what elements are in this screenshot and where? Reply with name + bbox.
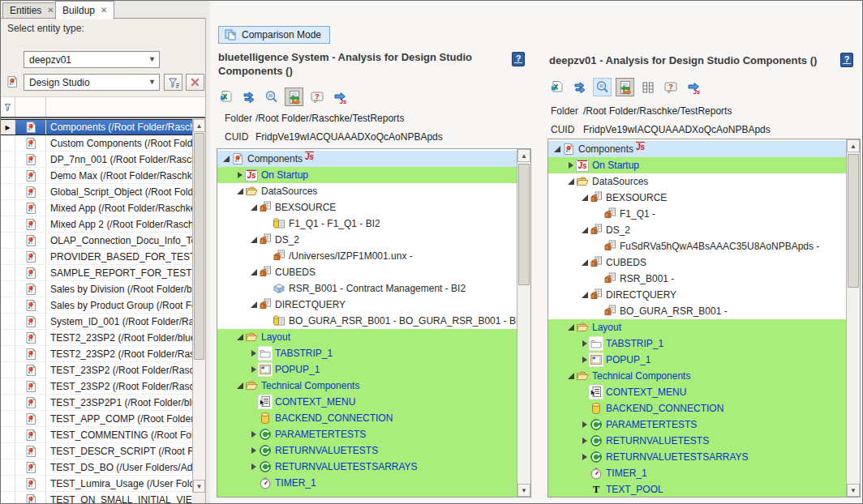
entity-row[interactable]: Custom Components (/Root Folder/Ra bbox=[1, 135, 192, 152]
entity-row[interactable]: TEST_COMMENTING (/Root Folder/bl bbox=[1, 427, 192, 443]
tree-row[interactable]: BO_GURA_RSR_B001 - bbox=[548, 303, 846, 319]
entity-row[interactable]: Demo Max (/Root Folder/Raschke) bbox=[1, 168, 192, 184]
tree-row[interactable]: Layout bbox=[217, 329, 517, 345]
scrollbar-thumb[interactable] bbox=[518, 164, 530, 285]
entity-row[interactable]: Components (/Root Folder/Raschke/T bbox=[1, 119, 192, 135]
zoom-out-button[interactable] bbox=[593, 78, 612, 96]
entity-row[interactable]: TEST_23SP2 (/Root Folder/Raschke/D bbox=[1, 362, 192, 378]
tree-row[interactable]: JsOn Startup bbox=[548, 157, 846, 173]
excel-export-button[interactable] bbox=[217, 88, 235, 106]
collapsed-twisty-icon[interactable] bbox=[581, 340, 590, 348]
scroll-up-icon[interactable] bbox=[847, 139, 860, 152]
tree-row[interactable]: TTEXT_POOL bbox=[548, 481, 846, 497]
entity-row[interactable]: System_ID_001 (/Root Folder/Raschk bbox=[1, 314, 192, 330]
collapsed-twisty-icon[interactable] bbox=[567, 161, 576, 170]
tree-row[interactable]: BEXSOURCE bbox=[548, 190, 846, 206]
tree-row[interactable]: RETURNVALUETESTSARRAYS bbox=[548, 449, 846, 465]
expanded-twisty-icon[interactable] bbox=[250, 203, 259, 212]
tree-row[interactable]: RETURNVALUETESTS bbox=[548, 433, 846, 449]
entity-row[interactable]: Sales by Product Group (/Root Folder bbox=[1, 297, 192, 314]
entity-row[interactable]: TEST_ON_SMALL_INITIAL_VIEW (/Rc bbox=[1, 492, 192, 504]
entity-row[interactable]: SAMPLE_REPORT_FOR_TESTING_M ( bbox=[1, 265, 192, 281]
collapsed-twisty-icon[interactable] bbox=[250, 446, 259, 455]
tree-row[interactable]: CUBEDS bbox=[217, 264, 517, 280]
collapsed-twisty-icon[interactable] bbox=[581, 421, 590, 429]
close-icon[interactable] bbox=[101, 6, 107, 15]
entity-row[interactable]: Mixed App (/Root Folder/Raschke/De bbox=[1, 200, 192, 216]
collapsed-twisty-icon[interactable] bbox=[250, 430, 259, 439]
entity-row[interactable]: TEST_23SP2 (/Root Folder/Raschke/L bbox=[1, 378, 192, 395]
tree-row[interactable]: ComponentsJs bbox=[217, 151, 517, 167]
help-bubble-button[interactable] bbox=[307, 88, 326, 106]
tree-row[interactable]: Technical Components bbox=[217, 378, 517, 394]
entity-row[interactable]: Sales by Division (/Root Folder/bluete bbox=[1, 281, 192, 297]
tree-row[interactable]: DIRECTQUERY bbox=[217, 297, 517, 313]
tree-row[interactable]: PARAMETERTESTS bbox=[548, 416, 846, 433]
entity-row[interactable]: Global_Script_Object (/Root Folder/R bbox=[1, 184, 192, 200]
tree-row[interactable]: POPUP_1 bbox=[548, 352, 846, 368]
collapsed-twisty-icon[interactable] bbox=[581, 453, 590, 462]
entity-type-combo[interactable]: Design Studio bbox=[24, 74, 160, 91]
expanded-twisty-icon[interactable] bbox=[567, 372, 576, 381]
entity-row[interactable]: TEST2_23SP2 (/Root Folder/bluetellig bbox=[1, 330, 192, 346]
entity-row[interactable]: TEST_23SP2P1 (/Root Folder/bluetelli bbox=[1, 395, 192, 411]
entity-row[interactable]: Mixed App 2 (/Root Folder/Raschke/D bbox=[1, 216, 192, 233]
expanded-twisty-icon[interactable] bbox=[553, 145, 562, 154]
scroll-up-icon[interactable] bbox=[193, 119, 205, 132]
tree-row[interactable]: CONTEXT_MENU bbox=[217, 394, 517, 410]
tree-row[interactable]: /Universes/IZPF1M001.unx - bbox=[217, 248, 517, 264]
tree-row[interactable]: DS_2 bbox=[217, 232, 517, 248]
tree-row[interactable]: ComponentsJs bbox=[548, 141, 846, 157]
tree-row[interactable]: F1_Q1 - F1_Q1 - BI2 bbox=[217, 216, 517, 232]
tree-row[interactable]: BO_GURA_RSR_B001 - BO_GURA_RSR_B001 - BI… bbox=[217, 313, 517, 329]
tree-row[interactable]: CUBEDS bbox=[548, 254, 846, 271]
tree-row[interactable]: TIMER_1 bbox=[217, 475, 517, 491]
tree-row[interactable]: Layout bbox=[548, 319, 846, 335]
tree-row[interactable]: DataSources bbox=[217, 183, 517, 199]
help-bubble-button[interactable] bbox=[661, 78, 680, 96]
entity-row[interactable]: TEST2_23SP2 (/Root Folder/Raschke, bbox=[1, 346, 192, 362]
expanded-twisty-icon[interactable] bbox=[236, 382, 245, 391]
entity-row[interactable]: DP_7nn_001 (/Root Folder/Raschke/T bbox=[1, 152, 192, 168]
splitter[interactable] bbox=[206, 1, 210, 504]
collapsed-twisty-icon[interactable] bbox=[581, 356, 590, 365]
tree-row[interactable]: TABSTRIP_1 bbox=[548, 335, 846, 352]
filter-button[interactable] bbox=[164, 74, 182, 91]
expanded-twisty-icon[interactable] bbox=[250, 301, 259, 310]
collapsed-twisty-icon[interactable] bbox=[250, 365, 259, 374]
tree-row[interactable]: RETURNVALUETESTS bbox=[217, 442, 517, 459]
entity-row[interactable]: OLAP_Connection_Docu_Info_Test (/ bbox=[1, 233, 192, 249]
tree-row[interactable]: RSR_B001 - Contract Management - BI2 bbox=[217, 280, 517, 297]
tree-row[interactable]: Technical Components bbox=[548, 368, 846, 384]
tree-row[interactable]: BEXSOURCE bbox=[217, 199, 517, 216]
scroll-down-icon[interactable] bbox=[847, 484, 860, 497]
tree-row[interactable]: TABSTRIP_1 bbox=[217, 345, 517, 361]
expanded-twisty-icon[interactable] bbox=[250, 236, 259, 245]
tree-row[interactable]: PARAMETERTESTS bbox=[217, 426, 517, 442]
left-tree-scrollbar[interactable] bbox=[517, 149, 530, 497]
tree-row[interactable]: BACKEND_CONNECTION bbox=[217, 410, 517, 426]
tree-row[interactable]: DS_2 bbox=[548, 222, 846, 238]
entity-row[interactable]: TEST_DESCR_SCRIPT (/Root Folder/F bbox=[1, 443, 192, 459]
help-book-icon[interactable] bbox=[512, 52, 525, 66]
tree-row[interactable]: CONTEXT_MENU bbox=[548, 384, 846, 400]
collapsed-twisty-icon[interactable] bbox=[581, 437, 590, 446]
grid-columns-button[interactable] bbox=[638, 78, 657, 96]
js-export-button[interactable] bbox=[330, 88, 349, 106]
tab-entities[interactable]: Entities bbox=[2, 2, 62, 19]
compare-doc-button[interactable] bbox=[285, 88, 303, 106]
collapsed-twisty-icon[interactable] bbox=[250, 463, 259, 472]
tree-row[interactable]: RETURNVALUETESTSARRAYS bbox=[217, 459, 517, 475]
tree-row[interactable]: RSR_B001 - bbox=[548, 271, 846, 287]
comparison-mode-button[interactable]: Comparison Mode bbox=[218, 26, 330, 44]
tree-row[interactable]: JsOn Startup bbox=[217, 167, 517, 183]
expanded-twisty-icon[interactable] bbox=[236, 187, 245, 196]
tree-row[interactable]: F1_Q1 - bbox=[548, 206, 846, 222]
compare-doc-button[interactable] bbox=[616, 78, 634, 96]
list-filter-row[interactable] bbox=[1, 97, 205, 118]
help-book-icon[interactable] bbox=[840, 53, 853, 67]
expanded-twisty-icon[interactable] bbox=[236, 333, 245, 342]
expanded-twisty-icon[interactable] bbox=[250, 268, 259, 277]
expanded-twisty-icon[interactable] bbox=[581, 291, 590, 300]
entity-row[interactable]: PROVIDER_BASED_FOR_TESTING (/F bbox=[1, 249, 192, 265]
